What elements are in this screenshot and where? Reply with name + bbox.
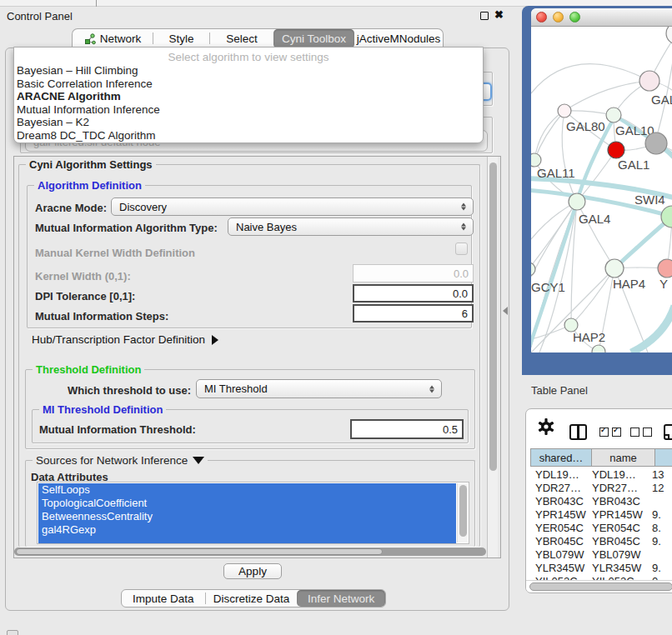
mi-threshold-label: Mutual Information Threshold:	[39, 423, 196, 436]
dropdown-item[interactable]: Dream8 DC_TDC Algorithm	[14, 129, 483, 142]
node-label: GAL4	[579, 212, 610, 226]
table-row[interactable]: YBR045CYBR045C9.	[530, 534, 669, 548]
close-traffic-light[interactable]	[536, 12, 547, 22]
minimize-traffic-light[interactable]	[553, 12, 564, 22]
which-threshold-label: Which threshold to use:	[68, 384, 191, 397]
manual-kernel-label: Manual Kernel Width Definition	[35, 247, 195, 259]
network-node-gcy1[interactable]	[531, 262, 535, 276]
settings-gear-icon[interactable]	[537, 418, 555, 436]
attribute-list-item[interactable]: gal4RGexp	[38, 523, 456, 537]
panel-icon[interactable]	[664, 424, 672, 440]
mi-steps-label: Mutual Information Steps:	[35, 310, 168, 322]
table-panel-title: Table Panel	[531, 384, 588, 397]
node-label: GAL	[651, 92, 672, 107]
float-window-icon[interactable]	[480, 12, 489, 20]
tab-discretize-data[interactable]: Discretize Data	[206, 590, 298, 607]
dropdown-item[interactable]: Bayesian – Hill Climbing	[14, 64, 483, 78]
dropdown-item[interactable]: Bayesian – K2	[14, 116, 483, 129]
network-node-gal1[interactable]	[608, 142, 624, 158]
column-header-name[interactable]: name	[592, 448, 655, 467]
tab-select[interactable]: Select	[210, 29, 273, 48]
tab-infer-network[interactable]: Infer Network	[297, 590, 385, 607]
dropdown-item[interactable]: ARACNE Algorithm	[14, 90, 483, 103]
network-node-gal11[interactable]	[531, 153, 541, 167]
tab-network[interactable]: Network	[73, 29, 153, 48]
node-label: GAL80	[566, 119, 605, 133]
close-icon[interactable]: ✖	[494, 8, 504, 21]
table-row[interactable]: YDL19…YDL19…13	[530, 468, 669, 481]
network-node-n-bottom[interactable]	[592, 345, 605, 352]
manual-kernel-checkbox[interactable]	[455, 242, 468, 255]
select-all-columns-icon[interactable]: ✓ ✓	[599, 428, 621, 437]
group-title: Cyni Algorithm Settings	[26, 158, 156, 171]
network-graph[interactable]: GALGAL80GAL10GAL1GAL11GAL4SWI4GCY1HAP4YH…	[531, 27, 672, 352]
node-label: GCY1	[531, 280, 565, 294]
kernel-width-field[interactable]: 0.0	[353, 264, 474, 282]
mi-threshold-field[interactable]: 0.5	[350, 419, 464, 439]
column-header-cut[interactable]	[655, 448, 672, 467]
node-label: HAP4	[613, 277, 645, 291]
node-label: HAP2	[573, 330, 605, 344]
node-label: GAL11	[537, 166, 575, 180]
network-node-gal80[interactable]	[558, 104, 571, 118]
dropdown-placeholder: Select algorithm to view settings	[14, 51, 483, 64]
network-node-gray[interactable]	[645, 132, 667, 154]
bottom-left-partial-button[interactable]	[7, 630, 18, 635]
zoom-traffic-light[interactable]	[569, 12, 580, 22]
column-header-shared[interactable]: shared…	[530, 448, 592, 467]
aracne-mode-label: Aracne Mode:	[35, 202, 107, 214]
attributes-list[interactable]: SelfLoopsTopologicalCoefficientBetweenne…	[37, 482, 469, 544]
dpi-tolerance-field[interactable]: 0.0	[353, 284, 474, 302]
attribute-list-item[interactable]: BetweennessCentrality	[38, 510, 456, 523]
node-label: GAL1	[618, 158, 649, 172]
network-icon	[84, 33, 96, 45]
splitter-collapse-icon[interactable]	[503, 307, 508, 315]
group-title: MI Threshold Definition	[39, 403, 166, 416]
table-row[interactable]: YLR345WYLR345W9.	[530, 561, 669, 574]
hub-definition-toggle[interactable]: Hub/Transcription Factor Definition	[32, 333, 218, 346]
tab-label: Network	[100, 32, 142, 45]
tab-jactivemnodules[interactable]: jActiveMNodules	[354, 29, 443, 48]
split-columns-icon[interactable]	[569, 424, 587, 440]
node-label: Y	[659, 277, 668, 291]
network-node-hap4[interactable]	[605, 259, 624, 278]
expand-arrow-icon	[212, 335, 218, 345]
network-node-n-top[interactable]	[666, 27, 672, 44]
tab-cyni-toolbox[interactable]: Cyni Toolbox	[273, 29, 354, 48]
group-title: Algorithm Definition	[34, 179, 145, 192]
network-node-salmon[interactable]	[658, 259, 672, 278]
table-row[interactable]: YER054CYER054C8.	[530, 521, 669, 534]
tab-style[interactable]: Style	[153, 29, 209, 48]
table-header: shared… name	[530, 448, 672, 467]
table-row[interactable]: YDR27…YDR27…12	[530, 481, 669, 494]
table-row[interactable]: YBR043CYBR043C	[530, 494, 669, 508]
deselect-columns-icon[interactable]	[630, 428, 652, 437]
network-node-gal10[interactable]	[606, 108, 621, 122]
list-scrollbar[interactable]	[457, 483, 468, 542]
settings-hscrollbar[interactable]	[14, 548, 486, 556]
algorithm-dropdown: Select algorithm to view settings Bayesi…	[13, 47, 484, 143]
table-hscrollbar[interactable]	[526, 580, 672, 592]
which-threshold-combo[interactable]: MI Threshold	[196, 379, 442, 398]
network-window-titlebar	[531, 8, 672, 27]
aracne-mode-combo[interactable]: Discovery	[111, 198, 474, 216]
network-node-gal4[interactable]	[569, 193, 585, 210]
control-panel-tabbar: Network Style Select Cyni Toolbox jActiv…	[72, 28, 444, 48]
mi-steps-field[interactable]: 6	[353, 304, 474, 322]
settings-vscrollbar[interactable]	[487, 157, 498, 558]
dropdown-item[interactable]: Mutual Information Inference	[14, 103, 483, 117]
kernel-width-label: Kernel Width (0,1):	[35, 270, 131, 282]
dropdown-item[interactable]: Basic Correlation Inference	[14, 78, 483, 91]
attribute-list-item[interactable]: SelfLoops	[38, 483, 456, 497]
node-label: SWI4	[634, 192, 665, 207]
table-row[interactable]: YBL079WYBL079W	[530, 548, 669, 561]
collapse-arrow-icon[interactable]	[193, 457, 204, 464]
tab-impute-data[interactable]: Impute Data	[122, 590, 205, 607]
node-table[interactable]: YDL19…YDL19…13YDR27…YDR27…12YBR043CYBR04…	[530, 468, 669, 588]
table-row[interactable]: YPR145WYPR145W9.	[530, 508, 669, 521]
attribute-list-item[interactable]: TopologicalCoefficient	[38, 497, 456, 510]
apply-button[interactable]: Apply	[223, 563, 282, 579]
mi-algorithm-type-combo[interactable]: Naive Bayes	[228, 218, 474, 236]
network-window: GALGAL80GAL10GAL1GAL11GAL4SWI4GCY1HAP4YH…	[531, 8, 672, 352]
network-node-gal-cut[interactable]	[639, 71, 659, 91]
